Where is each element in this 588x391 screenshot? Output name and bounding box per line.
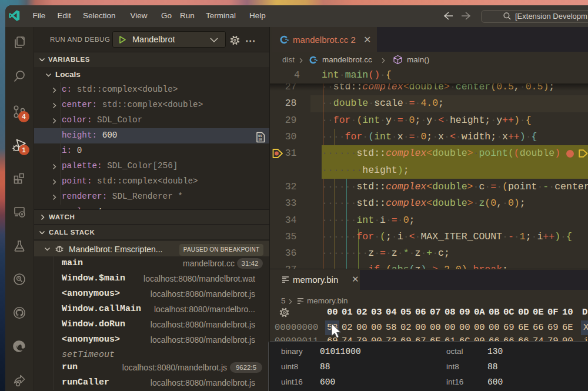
svg-text:10: 10 bbox=[258, 138, 262, 142]
